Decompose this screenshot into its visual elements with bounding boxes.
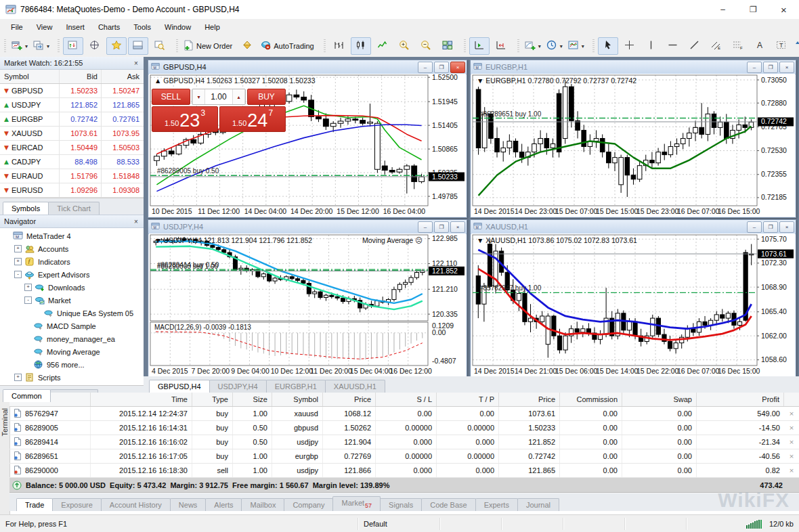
terminal-tab-company[interactable]: Company [284,498,333,511]
new-order-button[interactable]: New Order [181,37,236,55]
close-icon[interactable]: × [769,0,799,19]
navigator-item-macd-sample[interactable]: MACD Sample [0,319,144,332]
navigator-item-indicators[interactable]: +fIndicators [0,255,144,268]
col-header-tp[interactable]: T / P [437,393,499,406]
terminal-tab-market[interactable]: Market57 [332,496,381,511]
col-header-symbol[interactable]: Symbol [272,393,323,406]
crosshair-button[interactable] [620,37,640,55]
volume-down-icon[interactable]: ▾ [192,89,205,104]
navigator-item-money-manager-ea[interactable]: money_manager_ea [0,332,144,345]
expand-icon[interactable]: + [14,258,22,265]
expand-icon[interactable]: + [24,284,32,291]
minimize-icon[interactable]: – [418,62,433,73]
terminal-tab-alerts[interactable]: Alerts [205,498,242,511]
navigator-item-scripts[interactable]: +Scripts [0,371,144,384]
chart-window-titlebar[interactable]: MGBPUSD,H4–❐× [148,60,467,74]
tile-windows-button[interactable] [437,37,458,55]
trendline-button[interactable] [685,37,705,55]
col-header-size[interactable]: Size [233,393,272,406]
navigator-item-accounts[interactable]: +Accounts [0,242,144,255]
status-profile[interactable]: Default [358,518,440,530]
close-icon[interactable]: × [131,218,141,225]
maximize-icon[interactable]: ❐ [738,0,769,19]
text-label-button[interactable]: T [771,37,792,55]
menu-charts[interactable]: Charts [91,21,127,33]
channel-button[interactable]: E [706,37,727,55]
arrows-button[interactable]: ▾ [793,37,799,55]
terminal-tab-mailbox[interactable]: Mailbox [241,498,284,511]
close-order-icon[interactable]: × [784,410,799,417]
col-header-type[interactable]: Type [192,393,233,406]
close-icon[interactable]: × [131,60,141,67]
minimize-icon[interactable]: – [747,62,762,73]
chart-tab-xauusd-h1[interactable]: XAUUSD,H1 [325,380,385,393]
volume-value[interactable]: 1.00 [205,89,232,104]
navigator-item-956-more-[interactable]: 956 more... [0,358,144,371]
menu-view[interactable]: View [30,21,60,33]
chart-window-titlebar[interactable]: MXAUUSD,H1–❐× [471,220,796,234]
collapse-icon[interactable]: - [24,296,32,304]
market-watch-tab-symbols[interactable]: Symbols [3,202,49,215]
indicators-add-button[interactable]: ▾ [523,37,543,55]
strategy-tester-button[interactable] [150,37,170,55]
terminal-tab-code-base[interactable]: Code Base [421,498,475,511]
horizontal-line-button[interactable] [663,37,683,55]
navigator-item-expert-advisors[interactable]: -Expert Advisors [0,268,144,281]
collapse-icon[interactable]: - [14,271,22,278]
buy-price-panel[interactable]: 1.50247 [219,106,286,132]
navigator-item-metatrader-4[interactable]: MMetaTrader 4 [0,229,144,242]
terminal-tab-signals[interactable]: Signals [380,498,422,511]
autotrading-button[interactable]: AutoTrading [259,37,318,55]
menu-help[interactable]: Help [198,21,227,33]
market-watch-row-gbpusd[interactable]: ▼GBPUSD1.502331.50247 [0,84,144,98]
profiles-button[interactable]: ▾ [31,37,51,55]
zoom-out-button[interactable] [416,37,436,55]
candlestick-button[interactable] [351,37,371,55]
restore-icon[interactable]: ❐ [763,221,778,233]
navigator-item-downloads[interactable]: +Downloads [0,281,144,294]
auto-scroll-button[interactable] [469,37,490,55]
fibonacci-button[interactable]: F [728,37,748,55]
close-order-icon[interactable]: × [784,439,799,445]
bar-chart-button[interactable] [329,37,349,55]
minimize-icon[interactable]: – [708,0,738,19]
close-order-icon[interactable]: × [784,467,799,474]
xauusd-chart-canvas[interactable]: 1075.701072.301068.901065.401062.001058.… [471,234,795,376]
terminal-tab-account-history[interactable]: Account History [101,498,171,511]
volume-up-icon[interactable]: ▴ [232,89,245,104]
chart-tab-usdjpy-h4[interactable]: USDJPY,H4 [209,380,267,393]
navigator-item-moving-average[interactable]: Moving Average [0,345,144,358]
col-header-sl[interactable]: S / L [376,393,437,406]
menu-insert[interactable]: Insert [59,21,91,33]
market-watch-row-eurcad[interactable]: ▼EURCAD1.504491.50503 [0,141,144,155]
market-watch-row-usdjpy[interactable]: ▲USDJPY121.852121.865 [0,98,144,112]
chart-window-titlebar[interactable]: MUSDJPY,H4–❐× [148,220,467,234]
col-header-profit[interactable]: Profit [697,393,784,406]
chart-shift-button[interactable] [491,37,511,55]
order-row-86289005[interactable]: 862890052015.12.16 16:14:31buy0.50gbpusd… [9,421,799,435]
order-row-86290000[interactable]: 862900002015.12.16 16:18:30sell1.00usdjp… [9,464,799,478]
terminal-tab-experts[interactable]: Experts [475,498,518,511]
expand-icon[interactable]: + [14,374,22,381]
status-connection[interactable]: 12/0 kb [687,518,799,530]
market-watch-tab-tick-chart[interactable]: Tick Chart [48,202,100,215]
restore-icon[interactable]: ❐ [763,62,778,73]
close-order-icon[interactable]: × [784,424,799,431]
vertical-line-button[interactable] [641,37,662,55]
navigator-item-market[interactable]: -Market [0,294,144,307]
terminal-tab-exposure[interactable]: Exposure [52,498,101,511]
market-watch-row-eurusd[interactable]: ▼EURUSD1.092961.09308 [0,183,144,198]
close-icon[interactable]: × [450,62,465,73]
col-header-commission[interactable]: Commission [560,393,622,406]
data-window-button[interactable] [85,37,105,55]
order-row-85762947[interactable]: 857629472015.12.14 12:24:37buy1.00xauusd… [9,407,799,421]
menu-file[interactable]: File [4,21,30,33]
sell-price-panel[interactable]: 1.50233 [152,106,218,132]
order-row-86289414[interactable]: 862894142015.12.16 16:16:02buy0.50usdjpy… [9,435,799,449]
chart-tab-eurgbp-h1[interactable]: EURGBP,H1 [266,380,326,393]
navigator-item-unique-eas-system-05[interactable]: Unique EAs System 05 [0,307,144,319]
market-watch-button[interactable] [63,37,83,55]
terminal-tab-news[interactable]: News [170,498,207,511]
navigator-tab-common[interactable]: Common [3,389,51,402]
sell-button[interactable]: SELL [152,89,190,105]
